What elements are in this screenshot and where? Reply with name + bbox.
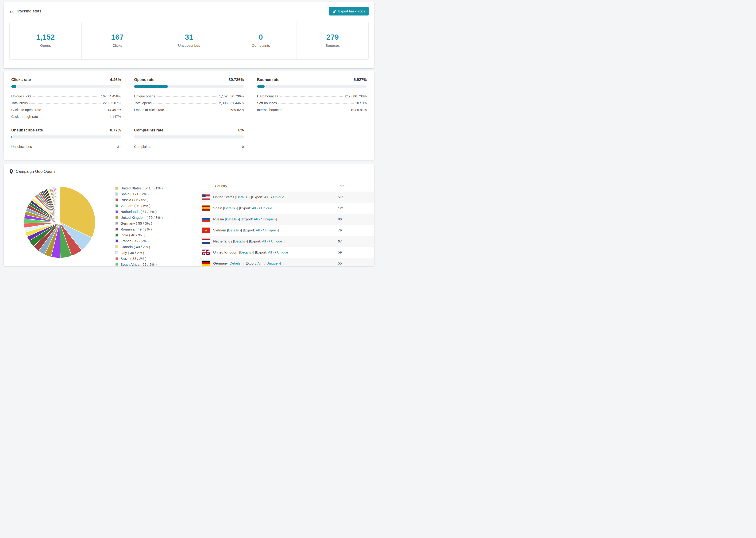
stat-row: Soft bounces18 / 0%	[257, 99, 367, 106]
tracking-stats-card: Tracking stats Export basic stats 1,152 …	[4, 2, 374, 68]
big-stats-row: 1,152 Opens 167 Clicks 31 Unsubscribes 0…	[9, 22, 369, 60]
legend-label: Netherlands ( 67 / 4% )	[121, 210, 157, 214]
row-country-text: Netherlands [Details ›] [Export: All › /…	[213, 239, 285, 243]
geo-header: Campaign Geo Opens	[4, 164, 374, 178]
geo-pie-chart[interactable]	[22, 185, 97, 260]
export-unique-link[interactable]: Unique ›	[277, 250, 291, 254]
column-header-total: Total	[338, 181, 374, 191]
export-unique-link[interactable]: Unique ›	[271, 239, 284, 243]
legend-label: Italy ( 36 / 2% )	[121, 251, 144, 255]
stat-row: Unique clicks167 / 4.456%	[11, 93, 121, 99]
legend-label: United States ( 541 / 31% )	[121, 186, 163, 190]
row-total: 541	[338, 191, 374, 202]
clicks-rate-bar	[11, 85, 121, 88]
legend-item[interactable]: Brazil ( 33 / 2% )	[115, 256, 200, 260]
clicks-rate-bar-fill	[11, 85, 16, 88]
legend-label: Spain ( 121 / 7% )	[121, 192, 149, 196]
map-pin-icon	[9, 169, 13, 174]
export-all-link[interactable]: All ›	[252, 206, 258, 210]
stat-clicks: 167 Clicks	[81, 22, 153, 59]
legend-label: France ( 42 / 2% )	[121, 239, 149, 243]
table-row: Russia [Details ›] [Export: All › / Uniq…	[200, 214, 374, 225]
column-header-country: Country	[200, 181, 338, 191]
export-all-link[interactable]: All ›	[262, 239, 268, 243]
legend-item[interactable]: India ( 46 / 3% )	[115, 233, 200, 237]
bounce-rate-bar	[257, 85, 367, 88]
complaints-rate-value: 0%	[238, 128, 244, 133]
legend-swatch	[115, 245, 118, 248]
unsubscribe-rate-panel: Unsubscribe rate 0.77% Unsubscribes31	[11, 128, 121, 150]
legend-label: South Africa ( 29 / 2% )	[121, 262, 157, 266]
legend-label: Canada ( 40 / 2% )	[121, 245, 150, 249]
details-link[interactable]: Details ›	[230, 261, 243, 265]
tracking-stats-title-row: Tracking stats	[9, 9, 41, 14]
legend-label: Germany ( 55 / 3% )	[121, 221, 152, 225]
legend-item[interactable]: Netherlands ( 67 / 4% )	[115, 210, 200, 214]
legend-label: Brazil ( 33 / 2% )	[121, 256, 146, 260]
legend-item[interactable]: United Kingdom ( 59 / 3% )	[115, 215, 200, 219]
row-country-text: Spain [Details ›] [Export: All › / Uniqu…	[213, 206, 275, 210]
legend-item[interactable]: Romania ( 49 / 3% )	[115, 227, 200, 231]
stat-bounces-label: Bounces	[297, 43, 368, 48]
stat-row: Unique opens1,152 / 30.736%	[134, 93, 244, 99]
legend-item[interactable]: Italy ( 36 / 2% )	[115, 251, 200, 255]
export-unique-link[interactable]: Unique ›	[266, 261, 280, 265]
geo-table: Country Total United States [Details ›] …	[200, 181, 374, 266]
stat-complaints-value: 0	[225, 33, 297, 41]
export-unique-link[interactable]: Unique ›	[261, 206, 274, 210]
legend-swatch	[115, 210, 118, 213]
legend-item[interactable]: South Africa ( 29 / 2% )	[115, 262, 200, 266]
flag-netherlands-icon	[202, 239, 210, 244]
legend-item[interactable]: Vietnam ( 79 / 5% )	[115, 204, 200, 208]
details-link[interactable]: Details ›	[226, 217, 239, 221]
export-unique-link[interactable]: Unique ›	[273, 195, 287, 199]
export-all-link[interactable]: All ›	[264, 195, 270, 199]
stat-complaints: 0 Complaints	[225, 22, 297, 59]
export-button-label: Export basic stats	[338, 9, 365, 13]
row-country-text: Russia [Details ›] [Export: All › / Uniq…	[213, 217, 277, 221]
details-link[interactable]: Details ›	[228, 228, 241, 232]
details-link[interactable]: Details ›	[234, 239, 247, 243]
flag-united-kingdom-icon	[202, 249, 210, 255]
geo-table-wrap: Country Total United States [Details ›] …	[200, 181, 374, 266]
table-row: United States [Details ›] [Export: All ›…	[200, 191, 374, 202]
complaints-rate-bar	[134, 135, 244, 138]
details-link[interactable]: Details ›	[236, 195, 249, 199]
legend-swatch	[115, 228, 118, 231]
stat-clicks-label: Clicks	[82, 43, 153, 48]
legend-swatch	[115, 222, 118, 225]
export-basic-stats-button[interactable]: Export basic stats	[329, 7, 369, 16]
row-total: 121	[338, 202, 374, 214]
legend-label: India ( 46 / 3% )	[121, 233, 145, 237]
details-link[interactable]: Details ›	[240, 250, 253, 254]
legend-label: Russia ( 86 / 5% )	[121, 198, 148, 202]
export-unique-link[interactable]: Unique ›	[265, 228, 278, 232]
export-all-link[interactable]: All ›	[268, 250, 274, 254]
export-all-link[interactable]: All ›	[256, 228, 262, 232]
legend-item[interactable]: United States ( 541 / 31% )	[115, 186, 200, 190]
stat-bounces-value: 279	[297, 33, 368, 41]
stat-opens-value: 1,152	[10, 33, 81, 41]
legend-swatch	[115, 257, 118, 260]
legend-item[interactable]: Canada ( 40 / 2% )	[115, 245, 200, 249]
legend-item[interactable]: Spain ( 121 / 7% )	[115, 192, 200, 196]
details-link[interactable]: Details ›	[224, 206, 237, 210]
flag-spain-icon	[202, 205, 210, 211]
export-unique-link[interactable]: Unique ›	[263, 217, 276, 221]
export-all-link[interactable]: All ›	[257, 261, 263, 265]
table-row: Germany [Details ›] [Export: All › / Uni…	[200, 258, 374, 266]
stat-bounces: 279 Bounces	[297, 22, 368, 59]
opens-rate-bar	[134, 85, 244, 88]
rates-card: Clicks rate 4.46% Unique clicks167 / 4.4…	[4, 71, 374, 160]
legend-swatch	[115, 216, 118, 219]
stat-opens: 1,152 Opens	[10, 22, 81, 59]
stat-unsubscribes-value: 31	[153, 33, 225, 41]
unsubscribe-rate-bar-fill	[11, 135, 12, 138]
table-row: Netherlands [Details ›] [Export: All › /…	[200, 236, 374, 247]
dashboard-page: Tracking stats Export basic stats 1,152 …	[0, 0, 378, 269]
legend-item[interactable]: France ( 42 / 2% )	[115, 239, 200, 243]
legend-item[interactable]: Germany ( 55 / 3% )	[115, 221, 200, 225]
unsubscribe-rate-title: Unsubscribe rate	[11, 128, 43, 133]
legend-item[interactable]: Russia ( 86 / 5% )	[115, 198, 200, 202]
export-all-link[interactable]: All ›	[254, 217, 260, 221]
